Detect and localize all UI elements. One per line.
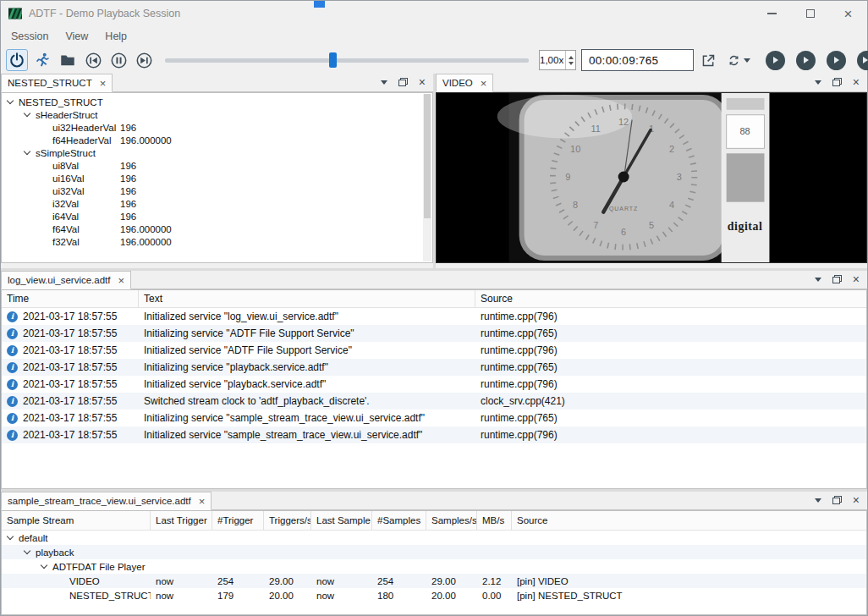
log-column-header-source[interactable]: Source [475,290,866,307]
tree-item-ui32HeaderVal[interactable]: ui32HeaderVal196 [2,121,432,134]
tree-item-sSimpleStruct[interactable]: sSimpleStruct [2,146,432,159]
log-column-header-text[interactable]: Text [139,290,475,307]
trace-body: defaultplaybackADTFDAT File PlayerVIDEOn… [2,531,866,602]
indent [2,102,7,102]
trace-row-video[interactable]: VIDEOnow25429.00now25429.002.12[pin] VID… [2,574,866,588]
panel-float-button[interactable] [832,496,842,504]
log-row[interactable]: i2021-03-17 18:57:55Initialized service … [2,426,866,443]
tree-item-ui16Val[interactable]: ui16Val196 [2,172,432,184]
seek-slider[interactable] [165,49,529,71]
external-link-icon [700,52,717,69]
indent [2,152,24,153]
loop-button[interactable] [722,49,755,71]
log-cell-text: Initialized service "log_view.ui_service… [139,308,475,325]
expand-chevron-icon[interactable] [7,533,14,540]
log-row[interactable]: i2021-03-17 18:57:55Initializing service… [2,410,866,426]
panel-close-button[interactable]: × [853,494,860,506]
close-button[interactable]: × [829,1,867,26]
panel-float-button[interactable] [832,275,842,283]
trace-row-default[interactable]: default [2,531,866,545]
log-row[interactable]: i2021-03-17 18:57:55Initialized service … [2,308,866,325]
skip-to-end-button[interactable] [133,49,155,71]
expand-chevron-icon[interactable] [7,97,14,104]
panel-menu-button[interactable] [381,80,387,85]
trace-cell-3: now [311,574,372,588]
tree-item-f64HeaderVal[interactable]: f64HeaderVal196.000000 [2,134,432,146]
tab-trace-view[interactable]: sample_stream_trace_view.ui_service.adtf… [1,492,212,510]
trace-column-header-source[interactable]: Source [512,511,866,530]
menu-item-view[interactable]: View [57,26,96,47]
tree-item-f64Val[interactable]: f64Val196.000000 [2,223,432,235]
tab-close-icon[interactable]: × [118,275,124,286]
panel-menu-button[interactable] [815,80,821,85]
log-row[interactable]: i2021-03-17 18:57:55Initializing service… [2,325,866,342]
trace-row-adtfdat-file-player[interactable]: ADTFDAT File Player [2,559,866,574]
log-row[interactable]: i2021-03-17 18:57:55Initialized service … [2,376,866,393]
tab-video[interactable]: VIDEO × [436,74,493,92]
menu-item-session[interactable]: Session [3,26,57,47]
trace-column-header-triggers-s[interactable]: Triggers/s [264,511,311,530]
indent [7,580,58,581]
trace-column-header-mb-s[interactable]: MB/s [477,511,512,530]
panel-close-button[interactable]: × [419,76,426,88]
tree-item-NESTED_STRUCT[interactable]: NESTED_STRUCT [2,96,432,108]
panel-menu-button[interactable] [815,278,821,282]
tab-close-icon[interactable]: × [481,78,487,89]
panel-close-button[interactable]: × [853,273,860,285]
tree-item-i32Val[interactable]: i32Val196 [2,197,432,210]
tree-item-ui8Val[interactable]: ui8Val196 [2,159,432,172]
expand-chevron-icon[interactable] [24,148,30,155]
detach-button[interactable] [697,49,719,71]
trace-column-header-last-trigger[interactable]: Last Trigger [151,511,212,530]
expand-chevron-icon[interactable] [24,110,30,117]
log-row[interactable]: i2021-03-17 18:57:55Initializing service… [2,359,866,376]
open-file-button[interactable] [57,49,79,71]
panel-float-button[interactable] [398,78,408,86]
tab-close-icon[interactable]: × [199,496,206,507]
panel-float-button[interactable] [832,78,842,86]
tree-item-sHeaderStruct[interactable]: sHeaderStruct [2,108,432,121]
loop-dropdown-icon[interactable] [744,58,750,63]
log-row[interactable]: i2021-03-17 18:57:55Switched stream cloc… [2,393,866,410]
trace-column-header-last-sample[interactable]: Last Sample [311,511,372,530]
panel-menu-button[interactable] [815,498,821,503]
tree-item-ui32Val[interactable]: ui32Val196 [2,184,432,197]
log-row[interactable]: i2021-03-17 18:57:55Initialized service … [2,342,866,359]
nav-round-button-2[interactable] [796,51,816,70]
trace-row-nested-struct[interactable]: NESTED_STRUCTnow17920.00now18020.000.00[… [2,588,866,602]
info-icon: i [7,379,18,390]
nav-round-button-3[interactable] [827,51,846,70]
panel-close-button[interactable]: × [853,76,860,88]
tree-label: ui16Val [52,173,85,184]
tree-item-f32Val[interactable]: f32Val196.000000 [2,235,432,248]
trace-row-playback[interactable]: playback [2,545,866,559]
trace-column-header--samples[interactable]: #Samples [372,511,426,530]
nav-round-button-4[interactable] [857,51,868,70]
expand-chevron-icon[interactable] [24,547,30,554]
scrollbar-thumb[interactable] [424,94,431,218]
speed-spin-buttons[interactable] [565,51,576,69]
run-button[interactable] [31,49,53,71]
time-display[interactable]: 00:00:09:765 [581,49,694,71]
power-button[interactable] [6,49,28,71]
speed-spinner[interactable]: 1,00x [539,50,576,70]
tree-label: ui8Val [52,161,79,171]
vertical-scrollbar[interactable] [423,94,431,261]
tab-close-icon[interactable]: × [100,78,107,89]
tree-item-i64Val[interactable]: i64Val196 [2,210,432,223]
menu-item-help[interactable]: Help [96,26,135,47]
pause-button[interactable] [107,49,129,71]
minimize-button[interactable] [753,1,791,26]
trace-column-header-sample-stream[interactable]: Sample Stream [2,511,151,530]
tab-log-view[interactable]: log_view.ui_service.adtf × [1,271,131,289]
nav-round-button-1[interactable] [766,51,785,70]
maximize-button[interactable] [791,1,829,26]
expand-chevron-icon[interactable] [41,562,47,569]
trace-column-header-samples-s[interactable]: Samples/s [426,511,477,530]
log-column-header-time[interactable]: Time [2,290,139,307]
tab-nested-struct[interactable]: NESTED_STRUCT × [1,74,113,92]
seek-slider-handle[interactable] [329,52,337,68]
tree-value: 196 [120,161,136,171]
skip-to-start-button[interactable] [82,49,104,71]
trace-column-header--trigger[interactable]: #Trigger [212,511,264,530]
